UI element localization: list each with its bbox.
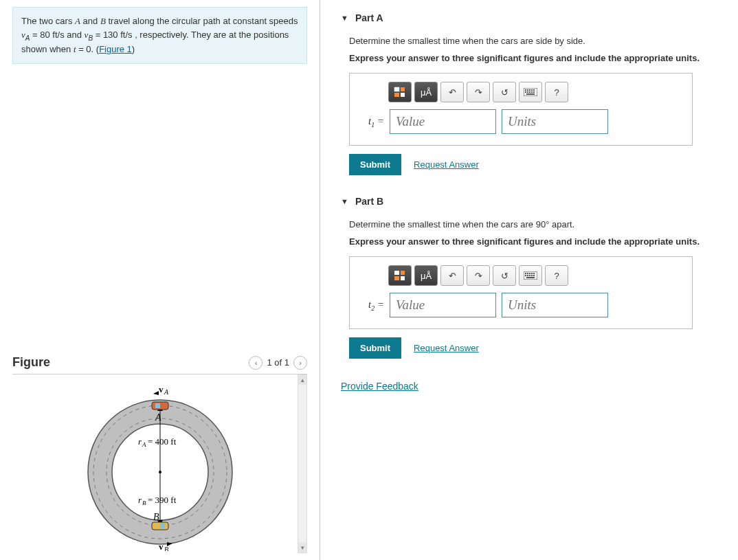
svg-text:= 400 ft: = 400 ft bbox=[148, 436, 177, 447]
redo-button[interactable]: ↷ bbox=[467, 265, 490, 286]
svg-rect-58 bbox=[526, 277, 535, 278]
svg-rect-39 bbox=[529, 91, 530, 93]
svg-rect-35 bbox=[531, 89, 533, 91]
svg-rect-43 bbox=[394, 271, 399, 275]
svg-text:B: B bbox=[142, 500, 146, 506]
svg-rect-10 bbox=[155, 403, 160, 408]
part-b-units-input[interactable] bbox=[502, 293, 608, 317]
svg-rect-27 bbox=[394, 87, 399, 91]
part-a-request-answer-link[interactable]: Request Answer bbox=[414, 159, 479, 170]
part-b-instruction: Express your answer to three significant… bbox=[349, 236, 723, 247]
svg-text:v: v bbox=[159, 541, 164, 551]
figure-nav-label: 1 of 1 bbox=[267, 357, 289, 368]
svg-text:A: A bbox=[155, 412, 161, 423]
scroll-up-icon[interactable]: ▴ bbox=[298, 375, 306, 385]
svg-rect-52 bbox=[533, 273, 535, 274]
units-button[interactable]: μÅ bbox=[414, 265, 438, 286]
reset-button[interactable]: ↺ bbox=[493, 82, 516, 102]
part-a-title: Part A bbox=[355, 12, 383, 23]
problem-statement: The two cars A and B travel along the ci… bbox=[12, 7, 307, 64]
svg-rect-30 bbox=[401, 93, 405, 97]
keyboard-button[interactable] bbox=[519, 82, 542, 102]
svg-rect-42 bbox=[526, 93, 535, 95]
svg-rect-32 bbox=[525, 89, 526, 91]
templates-button[interactable] bbox=[388, 82, 412, 102]
undo-button[interactable]: ↶ bbox=[440, 82, 464, 102]
svg-rect-50 bbox=[529, 273, 530, 274]
right-panel: ▼ Part A Determine the smallest time whe… bbox=[320, 0, 738, 560]
svg-rect-41 bbox=[533, 91, 535, 93]
redo-button[interactable]: ↷ bbox=[467, 82, 490, 102]
part-a-question: Determine the smallest time when the car… bbox=[349, 36, 723, 46]
part-b-value-input[interactable] bbox=[390, 293, 496, 317]
caret-down-icon: ▼ bbox=[341, 197, 348, 205]
undo-button[interactable]: ↶ bbox=[440, 265, 464, 286]
figure-next-button[interactable]: › bbox=[293, 356, 307, 370]
svg-rect-57 bbox=[533, 275, 535, 276]
svg-rect-34 bbox=[529, 89, 530, 91]
part-a-header[interactable]: ▼ Part A bbox=[341, 12, 723, 23]
part-a-instruction: Express your answer to three significant… bbox=[349, 53, 723, 63]
svg-text:v: v bbox=[159, 384, 164, 394]
svg-point-6 bbox=[159, 471, 161, 473]
keyboard-button[interactable] bbox=[519, 265, 542, 286]
svg-text:B: B bbox=[153, 512, 159, 522]
figure-link[interactable]: Figure 1 bbox=[99, 44, 132, 54]
help-button[interactable]: ? bbox=[545, 82, 568, 102]
part-b-header[interactable]: ▼ Part B bbox=[341, 196, 723, 207]
caret-down-icon: ▼ bbox=[341, 14, 348, 22]
part-b-answer-box: μÅ ↶ ↷ ↺ ? t2 = bbox=[349, 256, 693, 329]
reset-button[interactable]: ↺ bbox=[493, 265, 516, 286]
part-b-var-label: t2 = bbox=[359, 299, 384, 312]
part-b-section: ▼ Part B Determine the smallest time whe… bbox=[320, 183, 738, 367]
figure-nav: ‹ 1 of 1 › bbox=[249, 356, 307, 370]
svg-text:= 390 ft: = 390 ft bbox=[148, 495, 177, 505]
figure-diagram: v A v B A r A = 400 ft r B = 390 ft bbox=[78, 383, 243, 551]
svg-rect-38 bbox=[527, 91, 528, 93]
svg-rect-56 bbox=[531, 275, 533, 276]
figure-prev-button[interactable]: ‹ bbox=[249, 356, 262, 370]
svg-rect-36 bbox=[533, 89, 535, 91]
svg-rect-53 bbox=[525, 275, 526, 276]
part-a-section: ▼ Part A Determine the smallest time whe… bbox=[320, 0, 738, 183]
svg-rect-40 bbox=[531, 91, 533, 93]
figure-section: Figure ‹ 1 of 1 › bbox=[0, 351, 320, 560]
part-b-request-answer-link[interactable]: Request Answer bbox=[414, 343, 479, 353]
scroll-down-icon[interactable]: ▾ bbox=[298, 543, 306, 552]
svg-rect-48 bbox=[525, 273, 526, 274]
units-button[interactable]: μÅ bbox=[414, 82, 438, 102]
svg-rect-49 bbox=[527, 273, 528, 274]
part-b-submit-button[interactable]: Submit bbox=[349, 337, 401, 359]
figure-body: v A v B A r A = 400 ft r B = 390 ft bbox=[12, 374, 307, 553]
part-a-toolbar: μÅ ↶ ↷ ↺ ? bbox=[388, 82, 682, 102]
svg-rect-44 bbox=[401, 271, 405, 275]
svg-rect-54 bbox=[527, 275, 528, 276]
part-a-var-label: t1 = bbox=[359, 115, 384, 128]
svg-rect-12 bbox=[160, 524, 165, 528]
svg-rect-46 bbox=[401, 276, 405, 280]
svg-text:A: A bbox=[142, 441, 146, 448]
svg-rect-37 bbox=[525, 91, 526, 93]
figure-scrollbar[interactable]: ▴ ▾ bbox=[298, 374, 307, 553]
templates-button[interactable] bbox=[388, 265, 412, 286]
svg-rect-51 bbox=[531, 273, 533, 274]
svg-rect-45 bbox=[394, 276, 399, 280]
svg-rect-28 bbox=[401, 87, 405, 91]
part-b-question: Determine the smallest time when the car… bbox=[349, 219, 723, 229]
provide-feedback-link[interactable]: Provide Feedback bbox=[341, 381, 418, 392]
help-button[interactable]: ? bbox=[545, 265, 568, 286]
svg-rect-55 bbox=[529, 275, 530, 276]
svg-rect-29 bbox=[394, 93, 399, 97]
part-a-answer-box: μÅ ↶ ↷ ↺ ? t1 = bbox=[349, 73, 693, 146]
svg-marker-15 bbox=[153, 391, 159, 395]
part-a-submit-button[interactable]: Submit bbox=[349, 154, 401, 175]
left-panel: The two cars A and B travel along the ci… bbox=[0, 0, 320, 560]
part-b-toolbar: μÅ ↶ ↷ ↺ ? bbox=[388, 265, 682, 286]
figure-title: Figure bbox=[12, 355, 50, 370]
svg-text:B: B bbox=[164, 546, 168, 551]
svg-text:A: A bbox=[164, 388, 169, 396]
part-b-title: Part B bbox=[355, 196, 383, 207]
part-a-value-input[interactable] bbox=[390, 109, 496, 134]
svg-rect-33 bbox=[527, 89, 528, 91]
part-a-units-input[interactable] bbox=[502, 109, 608, 134]
